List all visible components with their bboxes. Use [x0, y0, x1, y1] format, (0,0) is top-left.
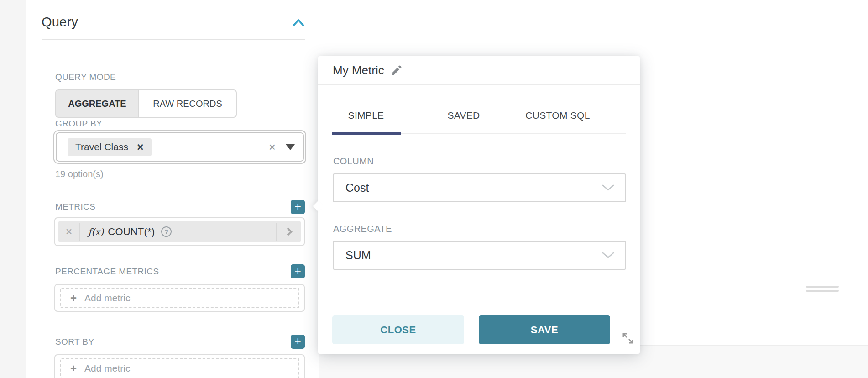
- chevron-up-icon: [292, 17, 305, 28]
- add-metric-button[interactable]: +: [291, 200, 305, 214]
- clear-all-icon[interactable]: ×: [269, 141, 276, 153]
- sort-by-dropzone[interactable]: + Add metric: [60, 358, 299, 378]
- group-by-select-inner[interactable]: Travel Class × ×: [56, 132, 304, 162]
- function-icon: ƒ(x): [88, 226, 104, 237]
- query-mode-label: QUERY MODE: [55, 72, 116, 82]
- percentage-metrics-container: + Add metric: [54, 284, 305, 312]
- tab-custom-sql[interactable]: CUSTOM SQL: [525, 110, 590, 121]
- active-tab-underline: [332, 132, 401, 135]
- popover-header: My Metric: [333, 63, 403, 78]
- tab-saved[interactable]: SAVED: [447, 110, 480, 121]
- metric-expand-button[interactable]: [277, 229, 301, 235]
- section-divider: [42, 39, 305, 40]
- aggregate-label: AGGREGATE: [333, 224, 392, 234]
- sort-by-container: + Add metric: [54, 354, 305, 378]
- group-by-tag-label: Travel Class: [75, 142, 128, 152]
- drag-handle-bar: [806, 290, 839, 292]
- plus-icon: +: [70, 362, 77, 375]
- percentage-metrics-label: PERCENTAGE METRICS: [55, 267, 159, 277]
- popover-header-divider: [318, 84, 640, 85]
- column-select[interactable]: Cost: [333, 173, 626, 202]
- tag-remove-icon[interactable]: ×: [137, 142, 144, 153]
- query-panel: Query QUERY MODE AGGREGATE RAW RECORDS G…: [26, 0, 319, 378]
- pencil-icon: [390, 64, 403, 77]
- query-mode-aggregate[interactable]: AGGREGATE: [56, 90, 139, 117]
- add-percentage-metric-button[interactable]: +: [291, 264, 305, 278]
- aggregate-value: SUM: [345, 249, 371, 262]
- metrics-container: × ƒ(x) COUNT(*) ?: [54, 217, 305, 246]
- column-value: Cost: [345, 181, 369, 194]
- chevron-right-icon: [284, 227, 292, 236]
- add-metric-placeholder: Add metric: [84, 363, 130, 374]
- edit-title-button[interactable]: [390, 64, 403, 77]
- query-section-title: Query: [42, 15, 78, 30]
- metrics-label: METRICS: [55, 202, 95, 212]
- dropdown-caret-icon[interactable]: [286, 144, 295, 150]
- close-button[interactable]: CLOSE: [332, 315, 464, 344]
- resize-handle[interactable]: [621, 331, 635, 345]
- chevron-down-icon: [602, 184, 614, 191]
- metric-edit-popover: My Metric SIMPLE SAVED CUSTOM SQL COLUMN…: [318, 56, 640, 354]
- percentage-metrics-dropzone[interactable]: + Add metric: [60, 288, 299, 308]
- group-by-label: GROUP BY: [55, 119, 102, 129]
- drag-handle[interactable]: [806, 286, 839, 294]
- collapse-section-button[interactable]: [292, 17, 305, 28]
- group-by-tag[interactable]: Travel Class ×: [68, 138, 152, 156]
- metric-remove-icon[interactable]: ×: [58, 225, 79, 238]
- query-mode-raw-records[interactable]: RAW RECORDS: [139, 90, 236, 117]
- metric-title: My Metric: [333, 63, 384, 78]
- column-label: COLUMN: [333, 156, 374, 167]
- group-by-options-hint: 19 option(s): [55, 169, 104, 179]
- metric-name: COUNT(*): [108, 226, 155, 238]
- help-icon[interactable]: ?: [161, 226, 172, 237]
- pill-separator: [79, 223, 80, 241]
- save-button[interactable]: SAVE: [479, 315, 610, 344]
- left-gutter: [0, 0, 26, 378]
- metric-item[interactable]: × ƒ(x) COUNT(*) ?: [58, 221, 301, 242]
- chevron-down-icon: [602, 252, 614, 259]
- plus-icon: +: [70, 292, 77, 304]
- aggregate-select[interactable]: SUM: [333, 241, 626, 270]
- add-metric-placeholder: Add metric: [84, 293, 130, 304]
- resize-icon: [621, 331, 635, 345]
- group-by-select[interactable]: Travel Class × ×: [53, 130, 306, 164]
- add-sort-button[interactable]: +: [291, 335, 305, 349]
- sort-by-label: SORT BY: [55, 337, 94, 347]
- query-mode-toggle: AGGREGATE RAW RECORDS: [55, 89, 237, 118]
- tab-simple[interactable]: SIMPLE: [348, 110, 384, 121]
- drag-handle-bar: [806, 286, 839, 288]
